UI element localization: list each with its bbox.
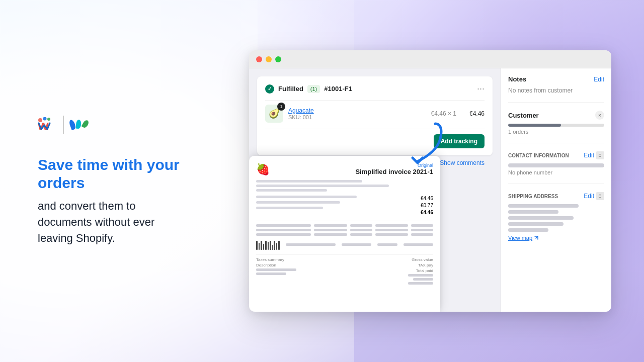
customer-title: Customer [508, 112, 539, 119]
inv-grid-row-3 [256, 233, 433, 236]
invoice-footer-right: Gross value TAX pay Total paid [408, 257, 433, 286]
leaf-logo [70, 120, 87, 130]
shipping-edit-link[interactable]: Edit [584, 193, 594, 200]
invoice-right-col: €4.46 €0.77 €4.46 [373, 196, 433, 217]
address-bar-1 [508, 204, 579, 208]
right-panel: ✓ Fulfilled (1) #1001-F1 ··· 🥑 1 [231, 40, 644, 322]
product-row: 🥑 1 Aguacate SKU: 001 €4.46 × 1 €4.46 [265, 100, 485, 127]
address-bar-5 [508, 228, 548, 232]
product-quantity: 1 [277, 103, 285, 111]
address-bar-3 [508, 216, 574, 220]
browser-dot-green[interactable] [275, 56, 281, 62]
notes-section: Notes Edit No notes from customer [508, 75, 604, 103]
address-bar-2 [508, 210, 558, 214]
fulfilled-card: ✓ Fulfilled (1) #1001-F1 ··· 🥑 1 [257, 76, 493, 155]
svg-point-3 [47, 118, 50, 121]
total-paid-label: Total paid [408, 268, 433, 273]
notes-empty-text: No notes from customer [508, 87, 604, 94]
invoice-logo: 🍓 [256, 163, 270, 176]
contact-section-header: CONTACT INFORMATION Edit 🗒 [508, 151, 604, 159]
contact-info-bar-row [508, 163, 604, 167]
browser-chrome [249, 50, 611, 68]
gross-value-label: Gross value [408, 257, 433, 262]
add-tracking-button[interactable]: Add tracking [434, 134, 485, 148]
inv-body-line-1 [256, 196, 357, 198]
logo-row: w [38, 116, 194, 134]
browser-content: ✓ Fulfilled (1) #1001-F1 ··· 🥑 1 [249, 68, 611, 312]
add-tracking-row: Add tracking [265, 129, 485, 148]
invoice-amount-3: €4.46 [421, 210, 433, 215]
inv-grid-row-1 [256, 224, 433, 227]
inv-line-3 [256, 189, 327, 192]
invoice-body: €4.46 €0.77 €4.46 [256, 196, 433, 217]
inv-body-line-3 [256, 207, 323, 209]
customer-progress-bar-fill [508, 124, 561, 127]
browser-dot-yellow[interactable] [266, 56, 272, 62]
product-info: Aguacate SKU: 001 [288, 107, 426, 120]
svg-point-1 [38, 118, 42, 122]
right-sidebar: Notes Edit No notes from customer Custom… [501, 68, 611, 312]
address-bar-4 [508, 222, 564, 226]
no-phone-text: No phone number [508, 169, 604, 175]
invoice-footer-left: Taxes summary Description [256, 257, 296, 286]
invoice-grid-lines [256, 221, 433, 236]
product-price-detail: €4.46 × 1 [431, 110, 456, 117]
logo-divider [63, 116, 64, 134]
browser-dot-red[interactable] [256, 56, 262, 62]
notes-edit-link[interactable]: Edit [594, 76, 604, 83]
invoice-amount-row-2: €0.77 [373, 203, 433, 208]
view-map-link[interactable]: View map [508, 235, 604, 241]
invoice-footer: Taxes summary Description Gross value TA… [256, 254, 433, 286]
invoice-amount-1: €4.46 [421, 196, 433, 201]
taxes-summary-label: Taxes summary [256, 257, 296, 262]
shipping-section: SHIPPING ADDRESS Edit 🗒 [508, 192, 604, 249]
notes-section-header: Notes Edit [508, 75, 604, 83]
address-lines [508, 204, 604, 232]
more-options-icon[interactable]: ··· [477, 83, 485, 94]
contact-edit-link[interactable]: Edit [584, 152, 594, 159]
check-circle-icon: ✓ [265, 84, 274, 94]
product-price-total: €4.46 [469, 110, 485, 117]
fulfilled-badge: (1) [307, 85, 320, 93]
invoice-original-label: Original [355, 163, 433, 168]
invoice-barcode [256, 241, 280, 250]
contact-copy-icon[interactable]: 🗒 [596, 151, 604, 159]
order-id: #1001-F1 [324, 85, 352, 93]
invoice-title-block: Original Simplified invoice 2021-1 [355, 163, 433, 175]
invoice-amount-row-1: €4.46 [373, 196, 433, 201]
invoice-left-col [256, 196, 368, 217]
inv-line-2 [256, 185, 389, 187]
shipping-copy-icon[interactable]: 🗒 [596, 192, 604, 200]
description: and convert them to documents without ev… [38, 198, 194, 246]
left-panel: w Save time with your orders and convert [0, 85, 231, 277]
fulfilled-title: ✓ Fulfilled (1) #1001-F1 [265, 84, 352, 94]
invoice-amount-2: €0.77 [421, 203, 433, 208]
customer-section: Customer × 1 orders [508, 111, 604, 143]
invoice-title: Simplified invoice 2021-1 [355, 168, 433, 175]
w-logo-svg: w [38, 117, 57, 132]
tagline: Save time with your orders [38, 156, 194, 192]
orders-count-text: 1 orders [508, 129, 604, 135]
inv-body-line-2 [256, 201, 340, 204]
invoice-header-bars [256, 180, 433, 192]
contact-section: CONTACT INFORMATION Edit 🗒 No phone numb… [508, 151, 604, 184]
browser-window: ✓ Fulfilled (1) #1001-F1 ··· 🥑 1 [249, 50, 611, 312]
invoice-amount-row-3: €4.46 [373, 210, 433, 215]
product-name-link[interactable]: Aguacate [288, 107, 426, 114]
product-thumbnail: 🥑 1 [265, 105, 283, 123]
contact-title: CONTACT INFORMATION [508, 153, 569, 158]
customer-section-header: Customer × [508, 111, 604, 120]
contact-info-bar [508, 163, 604, 167]
shipping-section-header: SHIPPING ADDRESS Edit 🗒 [508, 192, 604, 200]
w-logo: w [38, 117, 57, 132]
shipping-title: SHIPPING ADDRESS [508, 194, 558, 199]
external-link-icon [534, 235, 539, 240]
invoice-header-row: 🍓 Original Simplified invoice 2021-1 [256, 163, 433, 176]
customer-close-button[interactable]: × [595, 111, 604, 120]
notes-title: Notes [508, 75, 526, 83]
customer-progress-bar-container [508, 124, 604, 127]
invoice-overlay: 🍓 Original Simplified invoice 2021-1 [249, 156, 440, 312]
description-label: Description [256, 263, 296, 267]
fulfilled-header: ✓ Fulfilled (1) #1001-F1 ··· [265, 83, 485, 94]
tax-pay-label: TAX pay [408, 263, 433, 267]
